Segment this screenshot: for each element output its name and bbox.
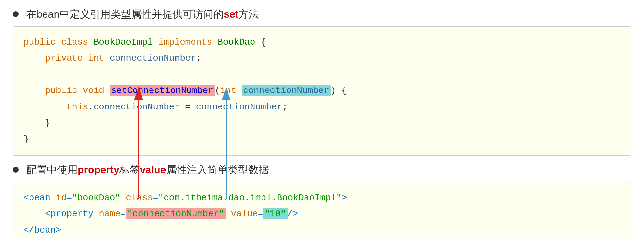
page-container: 在bean中定义引用类型属性并提供可访问的set方法 public class …	[0, 0, 644, 238]
highlight-setConnectionNumber: setConnectionNumber	[110, 85, 215, 96]
code-line-2: private int connectionNumber;	[23, 50, 621, 66]
code-line-6: }	[23, 115, 621, 131]
code-line-5: this.connectionNumber = connectionNumber…	[23, 99, 621, 115]
bullet-item-1: 在bean中定义引用类型属性并提供可访问的set方法	[13, 6, 631, 22]
code-line-1: public class BookDaoImpl implements Book…	[23, 34, 621, 50]
highlight-connectionNumber-param: connectionNumber	[242, 85, 331, 96]
java-code-block: public class BookDaoImpl implements Book…	[13, 26, 631, 156]
code-line-4: public void setConnectionNumber(int conn…	[23, 83, 621, 99]
xml-line-2: <property name="connectionNumber" value=…	[23, 206, 621, 222]
code-line-7: }	[23, 131, 621, 147]
xml-highlight-value-val: "10"	[263, 208, 287, 219]
bullet-dot-2	[13, 167, 19, 173]
xml-line-1: <bean id="bookDao" class="com.itheima.da…	[23, 190, 621, 206]
bullet-text-1: 在bean中定义引用类型属性并提供可访问的set方法	[26, 6, 259, 22]
xml-line-3: </bean>	[23, 222, 621, 238]
keyword-value: value	[140, 164, 166, 175]
bullet-item-2: 配置中使用property标签value属性注入简单类型数据	[13, 162, 631, 177]
bullet-dot-1	[13, 11, 19, 17]
bullet-text-2: 配置中使用property标签value属性注入简单类型数据	[26, 162, 269, 177]
xml-code-block: <bean id="bookDao" class="com.itheima.da…	[13, 182, 631, 238]
code-line-3	[23, 67, 621, 83]
keyword-property: property	[78, 164, 119, 175]
xml-highlight-name-val: "connectionNumber"	[126, 208, 225, 219]
keyword-set: set	[224, 8, 238, 20]
